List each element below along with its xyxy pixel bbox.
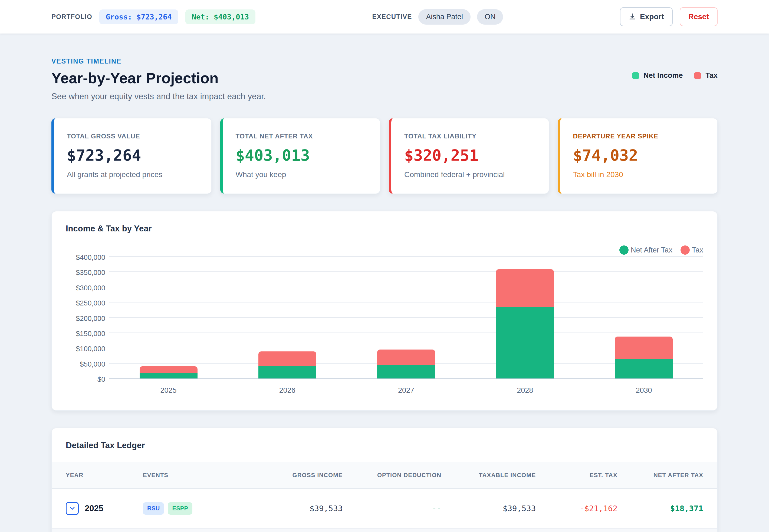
detailed-tax-ledger-card: Detailed Tax Ledger YEAR EVENTS GROSS IN… xyxy=(51,428,718,532)
bar-2028[interactable] xyxy=(496,269,554,378)
y-tick-label: $200,000 xyxy=(76,314,105,322)
header-actions: Export Reset xyxy=(620,7,718,26)
y-tick-label: $400,000 xyxy=(76,253,105,262)
card-subtext: What you keep xyxy=(236,170,367,179)
hero-text: VESTING TIMELINE Year-by-Year Projection… xyxy=(51,57,266,101)
bar-2027[interactable] xyxy=(377,350,435,378)
card-label: TOTAL GROSS VALUE xyxy=(67,132,198,140)
download-icon xyxy=(629,13,636,21)
hero-legend: Net Income Tax xyxy=(632,71,718,80)
y-tick-label: $300,000 xyxy=(76,284,105,292)
income-tax-chart-card: Income & Tax by Year Net After Tax Tax $… xyxy=(51,211,718,411)
bar-segment-net-after-tax xyxy=(377,365,435,378)
card-value: $723,264 xyxy=(67,147,198,164)
bar-segment-tax xyxy=(259,351,316,366)
bar-segment-net-after-tax xyxy=(496,307,554,378)
table-row-2025[interactable]: 2025 RSU ESPP $39,533 -- $39,533 -$21,16… xyxy=(52,489,717,528)
legend-item-net-income: Net Income xyxy=(632,71,683,80)
page-subtitle: See when your equity vests and the tax i… xyxy=(51,92,266,101)
year-value: 2025 xyxy=(85,504,103,513)
col-header-year: YEAR xyxy=(66,472,143,479)
bar-segment-tax xyxy=(377,350,435,365)
rsu-badge: RSU xyxy=(143,502,164,515)
province-pill[interactable]: ON xyxy=(477,9,503,25)
gridline xyxy=(109,302,703,302)
y-tick-label: $150,000 xyxy=(76,329,105,338)
net-income-swatch xyxy=(632,72,639,79)
chart-area: $0$50,000$100,000$150,000$200,000$250,00… xyxy=(66,257,703,379)
bar-segment-net-after-tax xyxy=(140,373,198,378)
x-tick-label: 2026 xyxy=(228,386,347,395)
card-label: DEPARTURE YEAR SPIKE xyxy=(573,132,705,140)
gridline xyxy=(109,333,703,333)
card-total-net-after-tax: TOTAL NET AFTER TAX $403,013 What you ke… xyxy=(220,118,380,194)
reset-button[interactable]: Reset xyxy=(680,7,718,26)
x-tick-label: 2027 xyxy=(347,386,465,395)
legend-label: Tax xyxy=(692,246,703,254)
gridline xyxy=(109,256,703,257)
card-label: TOTAL NET AFTER TAX xyxy=(236,132,367,140)
x-tick-label: 2030 xyxy=(585,386,703,395)
gross-income-cell: $39,533 xyxy=(253,504,343,513)
x-axis: 20252026202720282030 xyxy=(109,386,703,395)
y-tick-label: $250,000 xyxy=(76,299,105,307)
net-value-badge: Net: $403,013 xyxy=(185,9,256,24)
row-expand-toggle[interactable] xyxy=(66,502,79,515)
chart-legend-tax: Tax xyxy=(681,245,703,255)
executive-summary: EXECUTIVE Aisha Patel ON xyxy=(372,9,503,25)
plot-area xyxy=(109,257,703,379)
year-cell: 2025 xyxy=(66,502,143,515)
gridline xyxy=(109,287,703,287)
legend-label: Tax xyxy=(705,71,718,80)
col-header-events: EVENTS xyxy=(143,472,253,479)
col-header-est-tax: EST. TAX xyxy=(536,472,617,479)
chart-legend: Net After Tax Tax xyxy=(66,245,703,255)
bar-2025[interactable] xyxy=(140,366,198,378)
event-badges: RSU ESPP xyxy=(143,502,253,515)
export-button[interactable]: Export xyxy=(620,7,673,26)
card-subtext: Tax bill in 2030 xyxy=(573,170,705,179)
hero-section: VESTING TIMELINE Year-by-Year Projection… xyxy=(51,57,718,101)
card-subtext: All grants at projected prices xyxy=(67,170,198,179)
col-header-net-after-tax: NET AFTER TAX xyxy=(618,472,703,479)
legend-label: Net Income xyxy=(644,71,683,80)
x-tick-label: 2025 xyxy=(109,386,228,395)
expanded-row-zone: RSU 600 @ $63 Net shares: 278.82 xyxy=(52,528,717,532)
gridline xyxy=(109,317,703,318)
executive-label: EXECUTIVE xyxy=(372,13,412,21)
gross-value-badge: Gross: $723,264 xyxy=(99,9,178,24)
page-title: Year-by-Year Projection xyxy=(51,69,266,87)
card-total-gross-value: TOTAL GROSS VALUE $723,264 All grants at… xyxy=(51,118,212,194)
bar-2030[interactable] xyxy=(615,337,673,378)
col-header-gross-income: GROSS INCOME xyxy=(253,472,343,479)
ledger-title: Detailed Tax Ledger xyxy=(52,441,717,450)
legend-label: Net After Tax xyxy=(631,246,672,254)
export-button-label: Export xyxy=(640,12,664,21)
legend-item-tax: Tax xyxy=(694,71,718,80)
card-value: $320,251 xyxy=(404,147,536,164)
est-tax-cell: -$21,162 xyxy=(536,504,617,513)
y-axis: $0$50,000$100,000$150,000$200,000$250,00… xyxy=(66,257,109,379)
bar-segment-tax xyxy=(496,269,554,307)
espp-badge: ESPP xyxy=(168,502,193,515)
chart-title: Income & Tax by Year xyxy=(66,224,703,234)
chart-legend-net-after-tax: Net After Tax xyxy=(619,245,672,255)
bar-segment-tax xyxy=(615,337,673,359)
executive-name-pill[interactable]: Aisha Patel xyxy=(418,9,470,25)
table-header-row: YEAR EVENTS GROSS INCOME OPTION DEDUCTIO… xyxy=(52,462,717,489)
top-header-bar: PORTFOLIO Gross: $723,264 Net: $403,013 … xyxy=(0,0,769,34)
summary-cards-row: TOTAL GROSS VALUE $723,264 All grants at… xyxy=(51,118,718,194)
card-departure-year-spike: DEPARTURE YEAR SPIKE $74,032 Tax bill in… xyxy=(558,118,718,194)
bar-2026[interactable] xyxy=(259,351,316,378)
col-header-taxable-income: TAXABLE INCOME xyxy=(441,472,536,479)
y-tick-label: $100,000 xyxy=(76,345,105,353)
card-value: $74,032 xyxy=(573,147,705,164)
portfolio-summary: PORTFOLIO Gross: $723,264 Net: $403,013 xyxy=(51,9,256,24)
bar-segment-net-after-tax xyxy=(259,366,316,378)
card-subtext: Combined federal + provincial xyxy=(404,170,536,179)
y-tick-label: $350,000 xyxy=(76,268,105,277)
net-after-tax-cell: $18,371 xyxy=(618,504,703,513)
bar-segment-tax xyxy=(140,366,198,373)
y-tick-label: $0 xyxy=(97,375,105,384)
portfolio-label: PORTFOLIO xyxy=(51,13,92,21)
